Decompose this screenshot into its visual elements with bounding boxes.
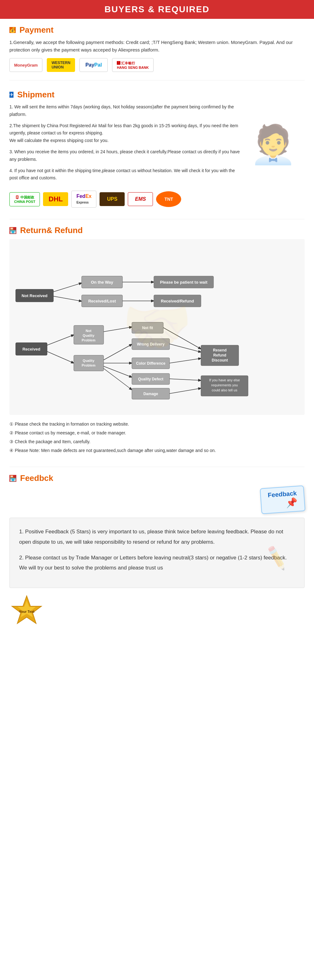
color-diff-label: Color Difference [136, 361, 165, 366]
ups-icon: UPS [107, 196, 117, 202]
quality-defect-label: Quality Defect [138, 377, 163, 381]
svg-line-31 [170, 358, 201, 363]
svg-text:Problem: Problem [82, 338, 95, 342]
tnt-logo: TNT [156, 191, 181, 207]
svg-line-11 [47, 352, 74, 363]
fedex-logo: FedExExpress [71, 191, 97, 208]
paypal-icon: PayPal [86, 62, 102, 68]
wrong-delivery-label: Wrong Delivery [137, 342, 165, 347]
on-the-way-label: On the Way [91, 280, 113, 285]
refund-flowchart-svg: Not Received On the Way Please be patien… [13, 245, 301, 409]
shipment-para-4: 4. If you have not got it within the shi… [10, 167, 242, 182]
received-label: Received [22, 347, 40, 352]
paypal-logo: PayPal [79, 58, 108, 72]
shipment-content: 1. We will sent the items within 7days (… [10, 103, 304, 186]
svg-text:Quality: Quality [82, 359, 95, 363]
refund-heading: Return& Refund [20, 226, 82, 235]
flowchart-container: 🤝 Not Received On the Way [10, 239, 304, 415]
feedback-heading: Feedbck [20, 473, 53, 483]
svg-line-36 [170, 379, 201, 380]
svg-text:Quality: Quality [82, 334, 95, 337]
moneygram-logo: MoneyGram [10, 58, 43, 72]
tnt-icon: TNT [165, 197, 173, 202]
damage-label: Damage [143, 392, 158, 396]
refund-title-row: 🏪 Return& Refund [10, 226, 304, 235]
shipping-logos: 📮 中国邮政CHINA POST DHL FedExExpress UPS EM… [10, 191, 304, 208]
star-badge: Your Text [10, 594, 44, 629]
shipment-para-2: 2.The shipment by China Post Registered … [10, 122, 242, 145]
svg-text:Discount: Discount [212, 358, 228, 363]
chinapost-icon: 📮 中国邮政CHINA POST [14, 195, 35, 204]
hangseng-icon: 🅰 汇丰银行HANG SENG BANK [117, 61, 149, 69]
feedback-para-1: 1. Positive Feedback (5 Stars) is very i… [19, 527, 295, 547]
shipment-heading: Shipment [17, 90, 54, 100]
svg-line-1 [53, 283, 82, 292]
note-4: ④ Please Note: Men made defects are not … [10, 447, 304, 455]
feedback-section: 🏪 Feedbck Feedback 📌 1. Positive Feedbac… [0, 470, 314, 635]
payment-icon: 💰 [10, 27, 16, 33]
feedback-body: 1. Positive Feedback (5 Stars) is very i… [10, 518, 304, 588]
moneygram-icon: MoneyGram [14, 63, 38, 68]
ems-icon: EMS [135, 196, 146, 202]
dhl-icon: DHL [49, 195, 63, 203]
feedback-para-2: 2. Please contact us by Trade Manager or… [19, 553, 295, 573]
western-icon: WESTERNUNION [51, 60, 70, 69]
note-3: ③ Check the package and Item, carefully. [10, 438, 304, 446]
star-text: Your Text [14, 609, 39, 613]
received-refund-label: Received/Refund [161, 299, 194, 304]
hangseng-logo: 🅰 汇丰银行HANG SENG BANK [112, 58, 153, 72]
shipment-icon-circle: ✈ [10, 92, 14, 98]
svg-line-10 [47, 335, 74, 345]
ems-logo: EMS [128, 192, 153, 206]
svg-line-37 [170, 388, 201, 394]
payment-logos: MoneyGram WESTERNUNION PayPal 🅰 汇丰银行HANG… [10, 58, 304, 72]
svg-text:If you have any else: If you have any else [209, 378, 240, 382]
payment-title-row: 💰 Payment [10, 25, 304, 35]
western-union-logo: WESTERNUNION [47, 58, 75, 72]
feedback-note-card: Feedback 📌 [260, 485, 306, 514]
feedback-title-row: 🏪 Feedbck [10, 473, 304, 483]
refund-icon-circle: 🏪 [10, 227, 16, 234]
svg-line-30 [170, 344, 201, 352]
svg-rect-18 [74, 355, 104, 371]
header-bar: BUYERS & REQUIRED [0, 0, 314, 19]
star-badge-area: Your Text [10, 594, 304, 629]
page-wrapper: BUYERS & REQUIRED 💰 Payment 1.Generally,… [0, 0, 314, 635]
svg-text:Refund: Refund [213, 353, 226, 358]
feedback-deco-row: Feedback 📌 [10, 487, 304, 512]
ups-logo: UPS [100, 192, 125, 206]
fedex-icon: FedExExpress [76, 194, 91, 205]
shipment-text-area: 1. We will sent the items within 7days (… [10, 103, 242, 186]
svg-text:Resend: Resend [213, 348, 227, 352]
payment-section: 💰 Payment 1.Generally, we accept the fol… [0, 19, 314, 77]
refund-section: 🏪 Return& Refund 🤝 Not Received [0, 223, 314, 464]
feedback-icon-circle: 🏪 [10, 475, 16, 482]
svg-line-16 [104, 327, 132, 332]
svg-line-2 [53, 296, 82, 301]
payment-text: 1.Generally, we accept the following pay… [10, 39, 304, 54]
note-2: ② Please contact us by meesage, e-mail, … [10, 430, 304, 437]
svg-text:requirements you: requirements you [211, 383, 238, 387]
svg-text:Not: Not [86, 329, 92, 332]
not-received-label: Not Received [22, 293, 48, 298]
shipment-section: ✈ Shipment 1. We will sent the items wit… [0, 84, 314, 216]
shipment-para-3: 3. When you receive the items you ordere… [10, 148, 242, 163]
svg-text:Problem: Problem [82, 363, 95, 367]
shipment-para-1: 1. We will sent the items within 7days (… [10, 103, 242, 118]
dhl-logo: DHL [43, 192, 68, 206]
please-wait-label: Please be patient to wait [160, 280, 208, 285]
note-1: ① Please check the tracking in formation… [10, 421, 304, 428]
refund-notes-list: ① Please check the tracking in formation… [10, 421, 304, 454]
payment-heading: Payment [19, 25, 53, 35]
chinapost-logo: 📮 中国邮政CHINA POST [10, 192, 40, 206]
not-fit-label: Not fit [142, 326, 153, 330]
shipment-person-deco: 🧑‍💼 [242, 103, 304, 186]
page-title: BUYERS & REQUIRED [0, 5, 314, 14]
received-lost-label: Received/Lost [88, 299, 116, 304]
svg-line-21 [104, 344, 132, 360]
svg-text:could also tell us: could also tell us [212, 388, 237, 392]
shipment-title-row: ✈ Shipment [10, 90, 304, 100]
